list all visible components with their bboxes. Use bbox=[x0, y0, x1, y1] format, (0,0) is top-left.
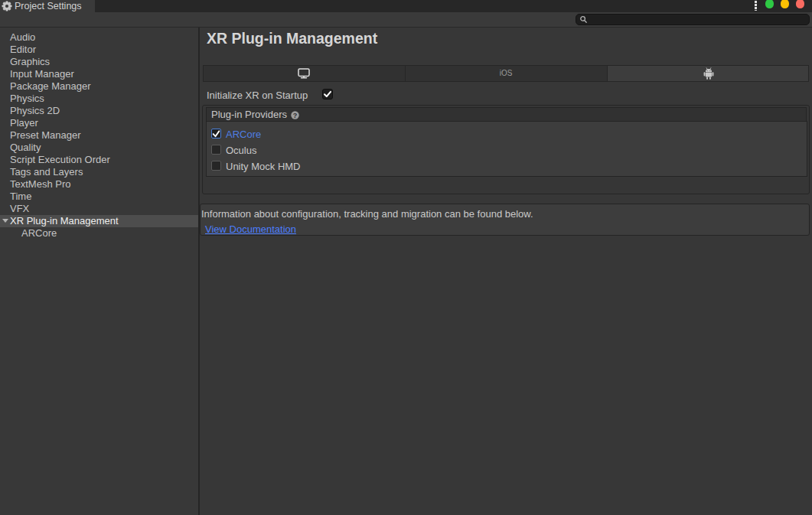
svg-text:?: ? bbox=[293, 111, 298, 119]
